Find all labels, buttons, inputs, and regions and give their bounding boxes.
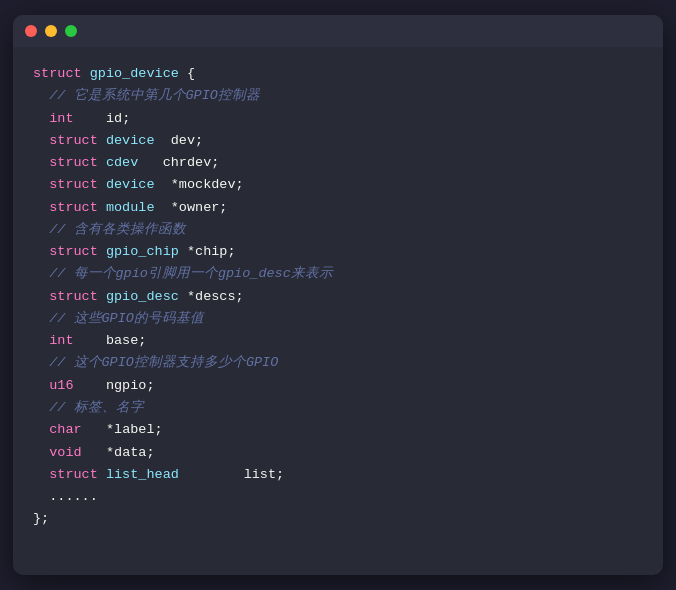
close-button[interactable]	[25, 25, 37, 37]
line-4: struct device dev;	[33, 130, 643, 152]
line-8: // 含有各类操作函数	[33, 219, 643, 241]
line-15: u16 ngpio;	[33, 375, 643, 397]
line-13: int base;	[33, 330, 643, 352]
line-9: struct gpio_chip *chip;	[33, 241, 643, 263]
line-12: // 这些GPIO的号码基值	[33, 308, 643, 330]
maximize-button[interactable]	[65, 25, 77, 37]
code-editor: struct gpio_device { // 它是系统中第几个GPIO控制器 …	[13, 47, 663, 551]
line-16: // 标签、名字	[33, 397, 643, 419]
line-19: struct list_head list;	[33, 464, 643, 486]
line-11: struct gpio_desc *descs;	[33, 286, 643, 308]
line-3: int id;	[33, 108, 643, 130]
minimize-button[interactable]	[45, 25, 57, 37]
line-10: // 每一个gpio引脚用一个gpio_desc来表示	[33, 263, 643, 285]
titlebar	[13, 15, 663, 47]
line-21: };	[33, 508, 643, 530]
line-7: struct module *owner;	[33, 197, 643, 219]
line-20: ......	[33, 486, 643, 508]
line-18: void *data;	[33, 442, 643, 464]
line-14: // 这个GPIO控制器支持多少个GPIO	[33, 352, 643, 374]
line-6: struct device *mockdev;	[33, 174, 643, 196]
line-17: char *label;	[33, 419, 643, 441]
code-window: struct gpio_device { // 它是系统中第几个GPIO控制器 …	[13, 15, 663, 575]
line-2: // 它是系统中第几个GPIO控制器	[33, 85, 643, 107]
line-1: struct gpio_device {	[33, 63, 643, 85]
line-5: struct cdev chrdev;	[33, 152, 643, 174]
